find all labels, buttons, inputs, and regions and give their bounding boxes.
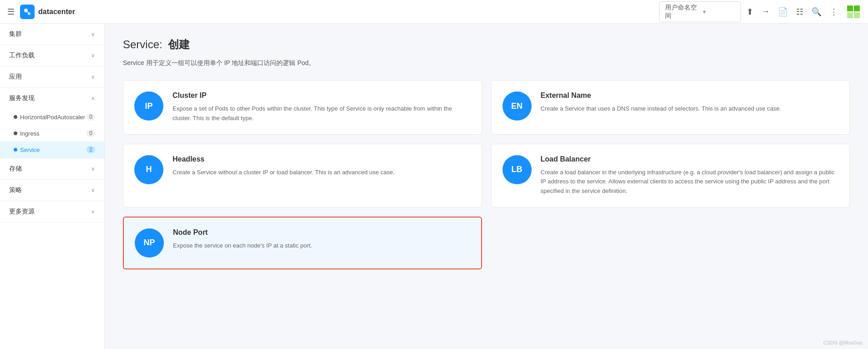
logo-icon xyxy=(20,5,35,19)
service-card-load-balancer[interactable]: LB Load Balancer Create a load balancer … xyxy=(491,144,850,207)
external-name-avatar: EN xyxy=(503,91,532,121)
logo-text: datacenter xyxy=(38,8,75,16)
chevron-down-icon: ∨ xyxy=(91,208,95,215)
sidebar-item-ingress-label: Ingress xyxy=(20,130,40,137)
sidebar-group-workload-header[interactable]: 工作负载 ∨ xyxy=(0,45,104,66)
cluster-ip-avatar: IP xyxy=(134,91,163,121)
sidebar-group-policy-header[interactable]: 策略 ∨ xyxy=(0,180,104,201)
menu-icon[interactable]: ☰ xyxy=(7,7,15,17)
headless-avatar: H xyxy=(134,155,163,184)
sidebar-group-more-label: 更多资源 xyxy=(9,207,35,216)
main-content: Service: 创建 Service 用于定义一组可以使用单个 IP 地址和端… xyxy=(105,24,868,349)
sidebar-group-service-discovery-label: 服务发现 xyxy=(9,94,35,102)
search-icon[interactable]: 🔍 xyxy=(812,7,822,17)
sidebar-item-service-label: Service xyxy=(20,147,40,153)
sidebar-group-cluster-header[interactable]: 集群 ∨ xyxy=(0,24,104,45)
chevron-up-icon: ∧ xyxy=(91,95,95,101)
page-title: Service: 创建 xyxy=(123,37,850,52)
headless-name: Headless xyxy=(173,155,471,163)
sidebar-item-dot xyxy=(14,132,17,135)
service-card-node-port[interactable]: NP Node Port Expose the service on each … xyxy=(123,217,482,269)
grid-cell-4 xyxy=(854,12,860,18)
sidebar: 集群 ∨ 工作负载 ∨ 应用 ∨ 服务发现 ∧ H xyxy=(0,24,105,349)
namespace-label: 用户命名空间 xyxy=(665,4,698,20)
sidebar-group-more: 更多资源 ∨ xyxy=(0,201,104,223)
node-port-name: Node Port xyxy=(173,228,470,237)
footer-note: CSDN @MssGuo xyxy=(823,340,863,345)
sidebar-item-hpa-count: 0 xyxy=(86,113,95,121)
topbar-actions: ⬆ → 📄 ☷ 🔍 ⋮ xyxy=(746,5,861,19)
sidebar-group-policy: 策略 ∨ xyxy=(0,180,104,201)
sidebar-item-hpa[interactable]: HorizontalPodAutoscaler 0 xyxy=(0,109,104,125)
sidebar-item-dot xyxy=(14,148,17,152)
sidebar-group-storage: 存储 ∨ xyxy=(0,158,104,180)
service-type-grid: IP Cluster IP Expose a set of Pods to ot… xyxy=(123,80,850,269)
sidebar-group-policy-label: 策略 xyxy=(9,186,22,194)
page-description: Service 用于定义一组可以使用单个 IP 地址和端口访问的逻辑 Pod。 xyxy=(123,59,850,67)
grid-cell-3 xyxy=(847,12,853,18)
sidebar-group-more-header[interactable]: 更多资源 ∨ xyxy=(0,201,104,222)
app-switcher-icon[interactable] xyxy=(846,5,861,19)
sidebar-item-service[interactable]: Service 2 xyxy=(0,142,104,158)
terminal-icon[interactable]: → xyxy=(761,7,770,16)
file-icon[interactable]: 📄 xyxy=(778,7,788,17)
sidebar-group-service-discovery: 服务发现 ∧ HorizontalPodAutoscaler 0 Ingress… xyxy=(0,88,104,158)
service-card-cluster-ip[interactable]: IP Cluster IP Expose a set of Pods to ot… xyxy=(123,80,482,135)
topbar: ☰ datacenter 用户命名空间 ▼ ⬆ → 📄 ☷ 🔍 ⋮ xyxy=(0,0,868,24)
page-title-action: 创建 xyxy=(168,38,190,51)
chevron-down-icon: ∨ xyxy=(91,52,95,59)
sidebar-item-hpa-label: HorizontalPodAutoscaler xyxy=(20,114,85,121)
cluster-ip-desc: Expose a set of Pods to other Pods withi… xyxy=(173,104,471,123)
sidebar-group-cluster-label: 集群 xyxy=(9,30,22,38)
layout: 集群 ∨ 工作负载 ∨ 应用 ∨ 服务发现 ∧ H xyxy=(0,24,868,349)
sidebar-item-ingress-count: 0 xyxy=(86,130,95,137)
sidebar-item-ingress[interactable]: Ingress 0 xyxy=(0,125,104,142)
grid-cell-2 xyxy=(854,5,860,11)
logo: datacenter xyxy=(20,5,75,19)
chevron-down-icon: ∨ xyxy=(91,74,95,80)
node-port-avatar: NP xyxy=(135,228,164,258)
sidebar-item-service-count: 2 xyxy=(86,146,95,153)
grid-cell-1 xyxy=(847,5,853,11)
headless-desc: Create a Service without a cluster IP or… xyxy=(173,168,471,177)
service-card-external-name[interactable]: EN External Name Create a Service that u… xyxy=(491,80,850,135)
more-icon[interactable]: ⋮ xyxy=(830,7,838,17)
load-balancer-name: Load Balancer xyxy=(541,155,839,163)
page-title-prefix: Service: xyxy=(123,38,162,51)
node-port-desc: Expose the service on each node's IP at … xyxy=(173,241,470,251)
external-name-desc: Create a Service that uses a DNS name in… xyxy=(541,104,839,114)
sidebar-group-workload: 工作负载 ∨ xyxy=(0,45,104,66)
sidebar-group-storage-label: 存储 xyxy=(9,165,22,173)
upload-icon[interactable]: ⬆ xyxy=(746,7,753,17)
sidebar-group-cluster: 集群 ∨ xyxy=(0,24,104,45)
external-name-name: External Name xyxy=(541,91,839,100)
grid-icon[interactable]: ☷ xyxy=(796,7,803,17)
sidebar-group-app: 应用 ∨ xyxy=(0,66,104,88)
service-card-headless[interactable]: H Headless Create a Service without a cl… xyxy=(123,144,482,207)
chevron-down-icon: ∨ xyxy=(91,31,95,37)
sidebar-item-dot xyxy=(14,115,17,119)
load-balancer-avatar: LB xyxy=(503,155,532,184)
chevron-down-icon: ∨ xyxy=(91,187,95,193)
sidebar-group-app-label: 应用 xyxy=(9,73,22,81)
namespace-chevron: ▼ xyxy=(702,9,735,15)
sidebar-group-storage-header[interactable]: 存储 ∨ xyxy=(0,158,104,179)
chevron-down-icon: ∨ xyxy=(91,166,95,172)
cluster-ip-name: Cluster IP xyxy=(173,91,471,100)
sidebar-group-app-header[interactable]: 应用 ∨ xyxy=(0,66,104,87)
load-balancer-desc: Create a load balancer in the underlying… xyxy=(541,168,839,196)
sidebar-group-service-discovery-header[interactable]: 服务发现 ∧ xyxy=(0,88,104,109)
sidebar-group-workload-label: 工作负载 xyxy=(9,51,35,60)
namespace-selector[interactable]: 用户命名空间 ▼ xyxy=(659,1,741,22)
